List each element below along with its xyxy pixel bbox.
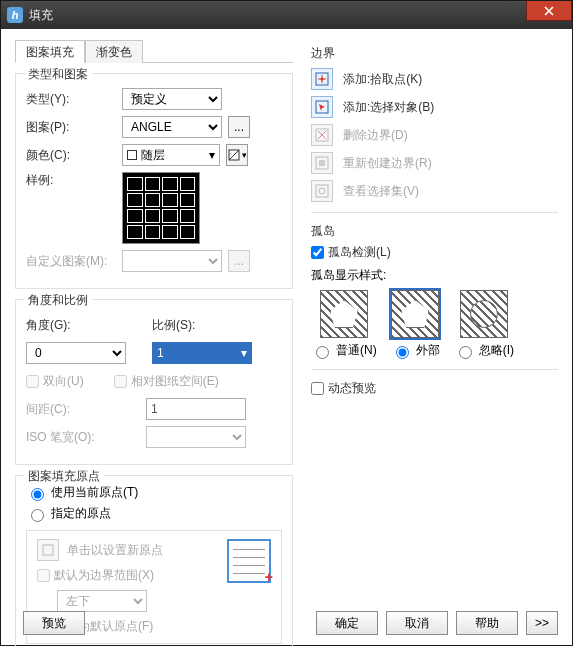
app-icon: h: [7, 7, 23, 23]
island-ignore-option[interactable]: 忽略(I): [454, 290, 514, 359]
island-detect-checkbox[interactable]: 孤岛检测(L): [311, 244, 558, 261]
pattern-label: 图案(P):: [26, 119, 116, 136]
window-title: 填充: [29, 7, 53, 24]
click-new-origin-label: 单击以设置新原点: [67, 542, 163, 559]
color-label: 颜色(C):: [26, 147, 116, 164]
add-select-object-label[interactable]: 添加:选择对象(B): [343, 99, 434, 116]
type-select[interactable]: 预定义: [122, 88, 222, 110]
expand-button[interactable]: >>: [526, 611, 558, 635]
custom-pattern-browse: ...: [228, 250, 250, 272]
island-display-label: 孤岛显示样式:: [311, 267, 558, 284]
spacing-input: [146, 398, 246, 420]
preview-button[interactable]: 预览: [23, 611, 85, 635]
use-current-origin-radio[interactable]: 使用当前原点(T): [26, 484, 282, 501]
group-legend: 类型和图案: [24, 66, 92, 83]
svg-rect-13: [316, 185, 328, 197]
angle-select[interactable]: 0: [26, 342, 126, 364]
color-value: 随层: [141, 147, 165, 164]
set-new-origin-icon: [37, 539, 59, 561]
relative-paper-checkbox: 相对图纸空间(E): [114, 373, 219, 390]
svg-rect-12: [319, 160, 325, 166]
type-label: 类型(Y):: [26, 91, 116, 108]
origin-preview: +: [227, 539, 271, 583]
remove-boundary-label: 删除边界(D): [343, 127, 408, 144]
add-pick-point-label[interactable]: 添加:拾取点(K): [343, 71, 422, 88]
color-select[interactable]: 随层 ▾: [122, 144, 220, 166]
group-legend: 角度和比例: [24, 292, 92, 309]
add-select-object-icon[interactable]: [311, 96, 333, 118]
group-legend: 图案填充原点: [24, 468, 104, 485]
recreate-boundary-label: 重新创建边界(R): [343, 155, 432, 172]
spacing-label: 间距(C):: [26, 401, 140, 418]
recreate-boundary-icon: [311, 152, 333, 174]
sample-preview[interactable]: [122, 172, 200, 244]
sample-label: 样例:: [26, 172, 116, 189]
pattern-browse-button[interactable]: ...: [228, 116, 250, 138]
view-selection-label: 查看选择集(V): [343, 183, 419, 200]
default-bound-checkbox: 默认为边界范围(X): [37, 567, 219, 584]
pattern-select[interactable]: ANGLE: [122, 116, 222, 138]
add-pick-point-icon[interactable]: [311, 68, 333, 90]
origin-position-select: 左下: [57, 590, 147, 612]
ok-button[interactable]: 确定: [316, 611, 378, 635]
cancel-button[interactable]: 取消: [386, 611, 448, 635]
type-pattern-group: 类型和图案 类型(Y): 预定义 图案(P): ANGLE ... 颜色(C):…: [15, 73, 293, 289]
angle-scale-group: 角度和比例 角度(G): 比例(S): 0 1▾ 双向(U) 相对图纸空间(E)…: [15, 299, 293, 465]
svg-point-14: [319, 188, 325, 194]
tab-pattern-fill[interactable]: 图案填充: [15, 40, 85, 63]
view-selection-icon: [311, 180, 333, 202]
bidir-checkbox: 双向(U): [26, 373, 84, 390]
angle-label: 角度(G):: [26, 317, 146, 334]
specify-origin-radio[interactable]: 指定的原点: [26, 505, 282, 522]
island-title: 孤岛: [311, 223, 558, 240]
svg-rect-2: [43, 545, 53, 555]
island-normal-option[interactable]: 普通(N): [311, 290, 377, 359]
dynamic-preview-checkbox[interactable]: 动态预览: [311, 380, 558, 397]
island-outer-option[interactable]: 外部: [391, 290, 440, 359]
plus-icon: +: [265, 569, 273, 585]
boundary-title: 边界: [311, 45, 558, 62]
titlebar: h 填充: [1, 1, 572, 29]
tab-gradient[interactable]: 渐变色: [85, 40, 143, 63]
help-button[interactable]: 帮助: [456, 611, 518, 635]
scale-field[interactable]: 1▾: [152, 342, 252, 364]
tabbar: 图案填充 渐变色: [15, 39, 293, 63]
custom-pattern-select: [122, 250, 222, 272]
color-swatch-icon: [127, 150, 137, 160]
iso-penwidth-label: ISO 笔宽(O):: [26, 429, 140, 446]
custom-pattern-label: 自定义图案(M):: [26, 253, 116, 270]
close-button[interactable]: [526, 1, 572, 21]
scale-label: 比例(S):: [152, 317, 195, 334]
color-secondary-button[interactable]: ▾: [226, 144, 248, 166]
remove-boundary-icon: [311, 124, 333, 146]
iso-penwidth-select: [146, 426, 246, 448]
